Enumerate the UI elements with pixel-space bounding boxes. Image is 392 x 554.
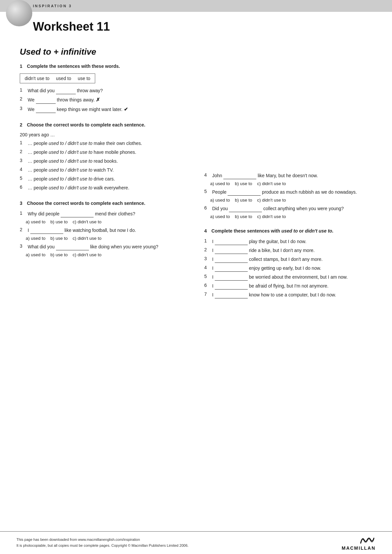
exercise-2: 2 Choose the correct words to complete e… [20, 122, 191, 191]
answer-options: a) used to b) use to c) didn't use to [20, 219, 191, 224]
exercise-2-intro: 200 years ago … [20, 132, 191, 137]
list-item: 4 John like Mary, but he doesn't now. [204, 172, 376, 179]
logo-circle [6, 0, 32, 26]
exercise-3: 3 Choose the correct words to complete e… [20, 201, 191, 257]
word-box-item-3: use to [78, 76, 90, 81]
header: INSPIRATION 3 Worksheet 11 [0, 0, 392, 37]
exercise-3-number: 3 [20, 201, 22, 206]
list-item: 6 Did you collect anything when you were… [204, 205, 376, 212]
list-item: 2 We throw things away. ✗ [20, 96, 191, 104]
section-title: Used to + infinitive [20, 47, 376, 57]
exercise-2-number: 2 [20, 122, 22, 127]
answer-options: a) used to b) use to c) didn't use to [20, 252, 191, 257]
answer-options: a) used to b) use to c) didn't use to [20, 236, 191, 241]
list-item: 3 … people used to / didn't use to read … [20, 158, 191, 165]
list-item: 1 What did you throw away? [20, 87, 191, 94]
exercise-1-items: 1 What did you throw away? 2 We throw th… [20, 87, 191, 113]
exercise-3-items: 1 Why did people mend their clothes? a) … [20, 210, 191, 257]
exercise-3-title: Choose the correct words to complete eac… [27, 201, 145, 206]
list-item: 4 … people used to / didn't use to watch… [20, 167, 191, 174]
macmillan-logo-text: MACMILLAN [342, 545, 376, 551]
exercise-1-title: Complete the sentences with these words. [27, 64, 120, 69]
list-item: 1 Why did people mend their clothes? [20, 210, 191, 217]
list-item: 1 … people used to / didn't use to make … [20, 140, 191, 147]
footer-line1: This page has been downloaded from www.m… [16, 537, 188, 543]
answer-options: a) used to b) use to c) didn't use to [204, 214, 376, 219]
exercise-4-title: Complete these sentences with used to or… [211, 228, 334, 234]
exercise-2-items: 1 … people used to / didn't use to make … [20, 140, 191, 191]
inspiration-bar: INSPIRATION 3 [0, 0, 392, 12]
footer: This page has been downloaded from www.m… [0, 531, 392, 554]
word-box: didn't use to used to use to [20, 73, 95, 83]
exercise-3-right-items: 4 John like Mary, but he doesn't now. a)… [204, 172, 376, 219]
macmillan-logo: MACMILLAN [342, 535, 376, 551]
list-item: 2 I ride a bike, but I don't any more. [204, 247, 376, 254]
list-item: 5 People produce as much rubbish as we d… [204, 189, 376, 196]
word-box-item-2: used to [56, 76, 71, 81]
exercise-4: 4 Complete these sentences with used to … [204, 228, 376, 298]
list-item: 3 What did you like doing when you were … [20, 243, 191, 250]
list-item: 2 I like watching football, but now I do… [20, 227, 191, 234]
right-column: 4 John like Mary, but he doesn't now. a)… [204, 64, 376, 308]
list-item: 4 I enjoy getting up early, but I do now… [204, 265, 376, 272]
list-item: 5 I be worried about the environment, bu… [204, 274, 376, 281]
list-item: 3 I collect stamps, but I don't any more… [204, 256, 376, 263]
list-item: 6 … people used to / didn't use to walk … [20, 184, 191, 191]
exercise-3-header: 3 Choose the correct words to complete e… [20, 201, 191, 208]
list-item: 1 I play the guitar, but I do now. [204, 238, 376, 245]
exercise-1: 1 Complete the sentences with these word… [20, 64, 191, 113]
left-column: 1 Complete the sentences with these word… [20, 64, 191, 308]
list-item: 2 … people used to / didn't use to have … [20, 149, 191, 156]
inspiration-label: INSPIRATION 3 [33, 4, 72, 8]
footer-text: This page has been downloaded from www.m… [16, 537, 188, 548]
exercise-4-items: 1 I play the guitar, but I do now. 2 I r… [204, 238, 376, 298]
exercise-4-number: 4 [204, 228, 207, 234]
macmillan-waves-icon [359, 535, 376, 545]
list-item: 5 … people used to / didn't use to drive… [20, 176, 191, 182]
exercise-1-header: 1 Complete the sentences with these word… [20, 64, 191, 71]
two-column-layout: 1 Complete the sentences with these word… [20, 64, 376, 308]
exercise-1-number: 1 [20, 64, 22, 69]
word-box-item-1: didn't use to [25, 76, 49, 81]
exercise-2-header: 2 Choose the correct words to complete e… [20, 122, 191, 130]
list-item: 7 I know how to use a computer, but I do… [204, 291, 376, 298]
answer-options: a) used to b) use to c) didn't use to [204, 198, 376, 203]
list-item: 3 We keep things we might want later. ✔ [20, 106, 191, 113]
worksheet-title: Worksheet 11 [26, 20, 392, 34]
answer-options: a) used to b) use to c) didn't use to [204, 181, 376, 186]
exercise-3-right: 4 John like Mary, but he doesn't now. a)… [204, 172, 376, 219]
footer-line2: It is photocopiable, but all copies must… [16, 543, 188, 549]
main-content: Used to + infinitive 1 Complete the sent… [0, 37, 392, 314]
macmillan-icon [342, 535, 376, 545]
list-item: 6 I be afraid of flying, but I'm not any… [204, 283, 376, 290]
exercise-4-header: 4 Complete these sentences with used to … [204, 228, 376, 236]
exercise-2-title: Choose the correct words to complete eac… [27, 122, 145, 127]
